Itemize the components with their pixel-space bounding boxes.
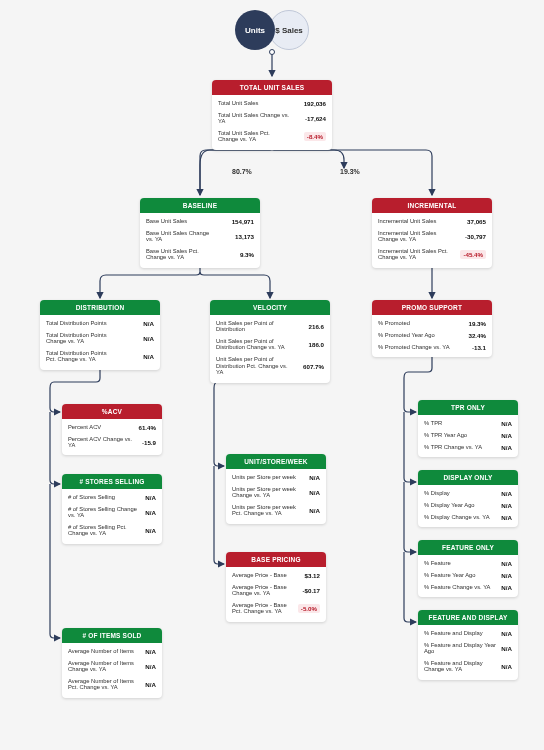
label: Base Unit Sales xyxy=(146,218,187,225)
card-velocity: VELOCITY Unit Sales per Point of Distrib… xyxy=(210,300,330,383)
card-tpr: TPR ONLY % TPRN/A % TPR Year AgoN/A % TP… xyxy=(418,400,518,457)
value: N/A xyxy=(309,489,320,496)
label: Average Number of Items Pct. Change vs. … xyxy=(68,678,140,691)
label: Average Price - Base Change vs. YA xyxy=(232,584,302,597)
card-title: PROMO SUPPORT xyxy=(372,300,492,315)
value: 216.6 xyxy=(309,323,324,330)
value: N/A xyxy=(501,432,512,439)
label: Base Unit Sales Pct. Change vs. YA xyxy=(146,248,218,261)
value: -13.1 xyxy=(472,344,486,351)
card-title: UNIT/STORE/WEEK xyxy=(226,454,326,469)
card-acv: %ACV Percent ACV61.4% Percent ACV Change… xyxy=(62,404,162,455)
label: % Feature and Display Year Ago xyxy=(424,642,496,655)
value: 37,065 xyxy=(467,218,486,225)
value: N/A xyxy=(145,509,156,516)
value: -17,624 xyxy=(305,115,326,122)
card-incremental: INCREMENTAL Incremental Unit Sales37,065… xyxy=(372,198,492,268)
value: N/A xyxy=(501,502,512,509)
label: % TPR Year Ago xyxy=(424,432,467,439)
label: Units per Store per week Pct. Change vs.… xyxy=(232,504,304,517)
card-items: # OF ITEMS SOLD Average Number of ItemsN… xyxy=(62,628,162,698)
label: Average Number of Items Change vs. YA xyxy=(68,660,140,673)
card-title: # OF ITEMS SOLD xyxy=(62,628,162,643)
value: -$0.17 xyxy=(302,587,320,594)
sales-toggle[interactable]: $ Sales xyxy=(269,10,309,50)
label: Percent ACV Change vs. YA xyxy=(68,436,140,449)
value: 192,036 xyxy=(304,100,326,107)
value: N/A xyxy=(145,527,156,534)
value: 9.3% xyxy=(240,251,254,258)
value: 607.7% xyxy=(303,363,324,370)
label: Unit Sales per Point of Distribution Pct… xyxy=(216,356,288,376)
label: Total Distribution Points Change vs. YA xyxy=(46,332,118,345)
value: 32.4% xyxy=(468,332,486,339)
label: Average Price - Base xyxy=(232,572,287,579)
card-title: TPR ONLY xyxy=(418,400,518,415)
value: N/A xyxy=(143,335,154,342)
label: % Display Year Ago xyxy=(424,502,475,509)
value: N/A xyxy=(501,560,512,567)
label: % Display Change vs. YA xyxy=(424,514,490,521)
card-title: INCREMENTAL xyxy=(372,198,492,213)
label: % TPR Change vs. YA xyxy=(424,444,482,451)
split-incremental: 19.3% xyxy=(340,168,360,175)
label: Unit Sales per Point of Distribution Cha… xyxy=(216,338,288,351)
label: Incremental Unit Sales xyxy=(378,218,436,225)
card-title: DISPLAY ONLY xyxy=(418,470,518,485)
value: -30,797 xyxy=(465,233,486,240)
value: N/A xyxy=(143,353,154,360)
value: N/A xyxy=(501,663,512,670)
value: N/A xyxy=(501,420,512,427)
metric-toggle[interactable]: Units $ Sales xyxy=(235,10,309,50)
card-baseline: BASELINE Base Unit Sales154,971 Base Uni… xyxy=(140,198,260,268)
value: N/A xyxy=(145,494,156,501)
value: -45.4% xyxy=(460,250,486,259)
value: 13,173 xyxy=(235,233,254,240)
label: Total Unit Sales xyxy=(218,100,258,107)
label: # of Stores Selling xyxy=(68,494,115,501)
label: Base Unit Sales Change vs. YA xyxy=(146,230,218,243)
value: N/A xyxy=(309,474,320,481)
label: % Feature Change vs. YA xyxy=(424,584,491,591)
label: Total Unit Sales Pct. Change vs. YA xyxy=(218,130,290,143)
card-total: TOTAL UNIT SALES Total Unit Sales192,036… xyxy=(212,80,332,150)
label: Percent ACV xyxy=(68,424,101,431)
card-basep: BASE PRICING Average Price - Base$3.12 A… xyxy=(226,552,326,622)
label: Incremental Unit Sales Change vs. YA xyxy=(378,230,450,243)
value: N/A xyxy=(501,584,512,591)
units-toggle[interactable]: Units xyxy=(235,10,275,50)
card-title: DISTRIBUTION xyxy=(40,300,160,315)
label: % Feature Year Ago xyxy=(424,572,476,579)
value: N/A xyxy=(501,630,512,637)
label: Unit Sales per Point of Distribution xyxy=(216,320,288,333)
card-title: FEATURE ONLY xyxy=(418,540,518,555)
label: # of Stores Selling Change vs. YA xyxy=(68,506,140,519)
label: Total Distribution Points xyxy=(46,320,107,327)
value: $3.12 xyxy=(305,572,320,579)
value: N/A xyxy=(145,663,156,670)
label: % Promoted Change vs. YA xyxy=(378,344,450,351)
card-title: BASELINE xyxy=(140,198,260,213)
card-distribution: DISTRIBUTION Total Distribution PointsN/… xyxy=(40,300,160,370)
value: N/A xyxy=(501,444,512,451)
label: Units per Store per week Change vs. YA xyxy=(232,486,304,499)
label: Total Distribution Points Pct. Change vs… xyxy=(46,350,118,363)
value: N/A xyxy=(145,648,156,655)
value: N/A xyxy=(501,572,512,579)
label: % Feature and Display Change vs. YA xyxy=(424,660,496,673)
label: % Promoted xyxy=(378,320,410,327)
card-title: # STORES SELLING xyxy=(62,474,162,489)
card-title: VELOCITY xyxy=(210,300,330,315)
value: N/A xyxy=(309,507,320,514)
card-title: %ACV xyxy=(62,404,162,419)
card-title: FEATURE AND DISPLAY xyxy=(418,610,518,625)
label: % Feature xyxy=(424,560,451,567)
label: % Feature and Display xyxy=(424,630,483,637)
label: Average Price - Base Pct. Change vs. YA xyxy=(232,602,298,615)
label: Total Unit Sales Change vs. YA xyxy=(218,112,290,125)
value: N/A xyxy=(501,514,512,521)
value: 154,971 xyxy=(232,218,254,225)
label: Incremental Unit Sales Pct. Change vs. Y… xyxy=(378,248,450,261)
value: N/A xyxy=(145,681,156,688)
card-usw: UNIT/STORE/WEEK Units per Store per week… xyxy=(226,454,326,524)
